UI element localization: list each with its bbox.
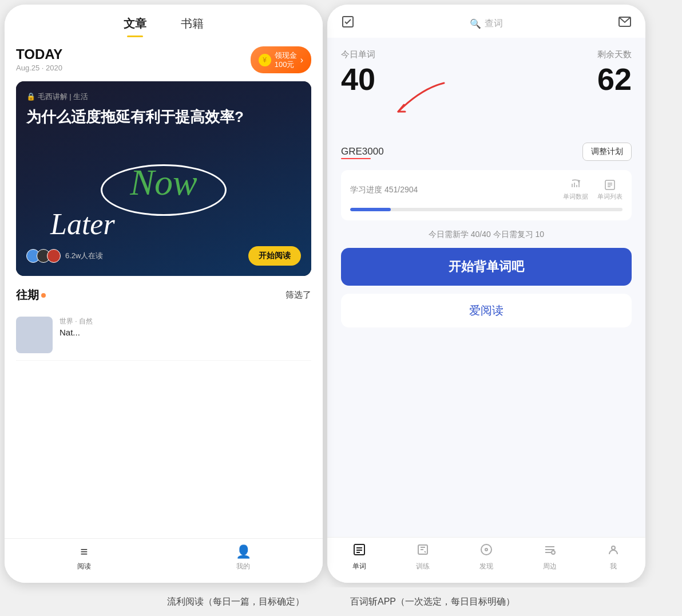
- daily-info: 今日需新学 40/40 今日需复习 10: [341, 230, 632, 240]
- article-top: 🔒 毛西讲解 | 生活 为什么适度拖延有利于提高效率?: [26, 92, 301, 139]
- discover-label: 发现: [479, 562, 493, 571]
- right-caption: 百词斩APP（一次选定，每日目标明确）: [350, 596, 515, 608]
- word-list-button[interactable]: 单词列表: [597, 179, 622, 201]
- reading-label: 阅读: [77, 562, 91, 571]
- today-words-stat: 今日单词 40: [341, 49, 375, 94]
- read-button[interactable]: 开始阅读: [248, 246, 301, 266]
- today-date: Aug.25 · 2020: [16, 64, 62, 72]
- search-area[interactable]: 🔍 查词: [470, 18, 503, 30]
- mine-label: 我的: [236, 562, 250, 571]
- article-card: 🔒 毛西讲解 | 生活 为什么适度拖延有利于提高效率? Now Later: [16, 81, 311, 276]
- article-tag: 🔒 毛西讲解 | 生活: [26, 92, 301, 102]
- past-header: 往期 筛选了: [16, 287, 311, 303]
- mail-icon[interactable]: [618, 15, 632, 32]
- svg-point-13: [552, 551, 555, 554]
- cash-arrow: ›: [300, 55, 303, 65]
- love-reading-button[interactable]: 爱阅读: [341, 294, 632, 327]
- left-caption: 流利阅读（每日一篇，目标确定）: [167, 596, 304, 608]
- left-phone: 文章 书籍 TODAY Aug.25 · 2020 ¥ 领现金 100元 ›: [5, 5, 323, 583]
- nav-item-train[interactable]: 训练: [391, 543, 454, 571]
- article-footer: 6.2w人在读 开始阅读: [26, 246, 301, 266]
- mine-icon: 👤: [236, 544, 251, 559]
- left-tabs: 文章 书籍: [5, 5, 323, 37]
- nav-item-mine[interactable]: 👤 我的: [164, 544, 323, 571]
- article-thumb-1: [16, 317, 53, 353]
- svg-point-14: [612, 546, 615, 550]
- filter-button[interactable]: 筛选了: [286, 290, 311, 301]
- nav-item-me[interactable]: 我: [582, 543, 645, 571]
- progress-label: 学习进度 451/2904: [350, 185, 418, 195]
- train-icon: [417, 543, 429, 559]
- article-source-1: 世界 · 自然: [60, 317, 311, 326]
- gre-label: GRE3000: [341, 146, 384, 157]
- progress-bar-track: [350, 208, 622, 211]
- progress-section: 学习进度 451/2904 单词数据: [341, 170, 632, 220]
- tab-books[interactable]: 书籍: [181, 16, 204, 37]
- progress-header: 学习进度 451/2904 单词数据: [350, 179, 622, 201]
- stats-row: 今日单词 40 剩余天数 62: [341, 49, 632, 94]
- reader-count: 6.2w人在读: [65, 251, 103, 261]
- cash-button[interactable]: ¥ 领现金 100元 ›: [251, 46, 311, 73]
- left-content: TODAY Aug.25 · 2020 ¥ 领现金 100元 › 🔒 毛西讲解 …: [5, 37, 323, 538]
- left-bottom-nav: ≡ 阅读 👤 我的: [5, 538, 323, 583]
- today-info: TODAY Aug.25 · 2020: [16, 46, 62, 72]
- caption-bar: 流利阅读（每日一篇，目标确定） 百词斩APP（一次选定，每日目标明确）: [0, 587, 682, 616]
- nav-item-words[interactable]: 单词: [327, 543, 391, 571]
- today-title: TODAY: [16, 46, 62, 62]
- orange-dot: [41, 293, 46, 298]
- nav-item-nearby[interactable]: 周边: [518, 543, 582, 571]
- right-phone: 🔍 查词 今日单词 40 剩余天数 62: [327, 5, 645, 583]
- cash-text: 领现金 100元: [275, 51, 297, 69]
- progress-icons: 单词数据 单词列表: [563, 179, 622, 201]
- search-icon: 🔍: [470, 18, 481, 29]
- today-header: TODAY Aug.25 · 2020 ¥ 领现金 100元 ›: [16, 46, 311, 73]
- readers: 6.2w人在读: [26, 249, 103, 263]
- search-placeholder: 查词: [485, 18, 503, 30]
- words-label: 单词: [352, 562, 366, 571]
- reading-icon: ≡: [81, 544, 88, 559]
- train-label: 训练: [416, 562, 430, 571]
- word-list-label: 单词列表: [597, 192, 622, 201]
- me-icon: [607, 543, 620, 559]
- remaining-days-label: 剩余天数: [597, 49, 632, 60]
- svg-point-12: [485, 548, 487, 551]
- article-info-1: 世界 · 自然 Nat...: [60, 317, 311, 353]
- discover-icon: [480, 543, 493, 559]
- nav-item-discover[interactable]: 发现: [454, 543, 518, 571]
- article-name-1: Nat...: [60, 326, 311, 338]
- nav-item-reading[interactable]: ≡ 阅读: [5, 544, 164, 571]
- now-text: Now: [130, 161, 197, 204]
- checklist-icon[interactable]: [341, 15, 355, 32]
- today-words-label: 今日单词: [341, 49, 375, 60]
- gre-row: GRE3000 调整计划: [341, 143, 632, 161]
- remaining-days-stat: 剩余天数 62: [597, 49, 632, 94]
- right-top-bar: 🔍 查词: [327, 5, 645, 38]
- past-title: 往期: [16, 287, 46, 303]
- right-bottom-nav: 单词 训练 发现: [327, 537, 645, 583]
- progress-bar-fill: [350, 208, 391, 211]
- words-icon: [353, 543, 366, 559]
- nearby-icon: [544, 543, 556, 559]
- me-label: 我: [610, 562, 617, 571]
- cash-icon: ¥: [259, 54, 271, 66]
- svg-point-11: [481, 544, 491, 555]
- start-memorize-button[interactable]: 开始背单词吧: [341, 248, 632, 286]
- adjust-plan-button[interactable]: 调整计划: [582, 143, 632, 161]
- word-data-button[interactable]: 单词数据: [563, 179, 588, 201]
- word-data-label: 单词数据: [563, 192, 588, 201]
- later-text: Later: [50, 207, 115, 241]
- today-words-value: 40: [341, 64, 375, 94]
- right-content: 今日单词 40 剩余天数 62 GRE3000 调整计划: [327, 38, 645, 537]
- article-bg: 🔒 毛西讲解 | 生活 为什么适度拖延有利于提高效率? Now Later: [16, 81, 311, 276]
- tab-articles[interactable]: 文章: [124, 16, 146, 37]
- list-item: 世界 · 自然 Nat...: [16, 310, 311, 361]
- article-title: 为什么适度拖延有利于提高效率?: [26, 106, 301, 127]
- remaining-days-value: 62: [597, 64, 632, 94]
- arrow-annotation: [341, 100, 632, 135]
- avatar-3: [47, 249, 61, 263]
- nearby-label: 周边: [543, 562, 557, 571]
- reader-avatars: [26, 249, 61, 263]
